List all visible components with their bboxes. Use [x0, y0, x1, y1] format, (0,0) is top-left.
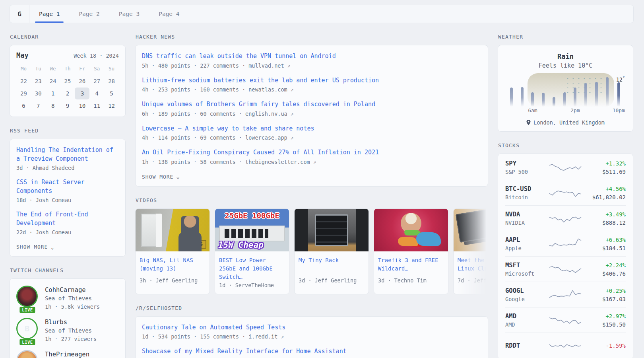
video-thumbnail[interactable]: LIL NAS [136, 209, 209, 251]
tab-page-2[interactable]: Page 2 [69, 5, 109, 23]
stock-row-nvda[interactable]: NVDANVIDIA+3.49%$888.12 [505, 206, 626, 231]
feed-item-title[interactable]: Cautionary Tale on Automated Speed Tests [142, 323, 481, 332]
calendar-weekday: Mo [16, 63, 31, 75]
feed-item-title[interactable]: Showcase of my Mixed Reality Interface f… [142, 347, 481, 356]
video-meta: 3d · Techno Tim [374, 276, 448, 289]
feed-item-title[interactable]: Lowercase – A simple way to take and sha… [142, 125, 481, 133]
calendar-day: 12 [104, 100, 119, 112]
video-title[interactable]: My Tiny Rack [295, 251, 369, 276]
feed-item: Lowercase – A simple way to take and sha… [142, 125, 481, 142]
twitch-channel-name[interactable]: ThePrimeagen [45, 350, 89, 358]
thumbnail-text: 25GbE 100GbE [215, 211, 289, 220]
weather-time-label: 10pm [613, 107, 625, 115]
stock-change: +4.56% [582, 185, 626, 194]
twitch-channel-row[interactable]: BLIVEBlurbsSea of Thieves1h · 277 viewer… [16, 318, 119, 343]
feed-item-meta: 1h · 138 points · 58 comments · thebigne… [142, 158, 481, 166]
external-link-icon: ↗ [287, 135, 294, 141]
stock-symbol: GOOGL [505, 286, 548, 296]
stock-price: $184.51 [582, 245, 626, 252]
stock-row-amd[interactable]: AMDAMD+2.97%$150.50 [505, 307, 626, 333]
location-pin-icon [526, 120, 531, 125]
external-link-icon: ↗ [287, 87, 294, 93]
calendar-day: 22 [16, 75, 31, 87]
calendar-day: 26 [75, 75, 89, 87]
video-thumbnail[interactable]: 25GbE 100GbE15W Cheap [215, 209, 289, 251]
twitch-channel-game[interactable]: Sea of Thieves [45, 294, 100, 303]
twitch-channel-game[interactable]: Sea of Thieves [45, 327, 97, 335]
stock-row-btc-usd[interactable]: BTC-USDBitcoin+4.56%$61,820.02 [505, 180, 626, 206]
thumbnail-text: LIL NAS [179, 240, 206, 249]
stock-symbol: MSFT [505, 261, 548, 270]
left-column: CALENDAR May Week 18 · 2024 MoTuWeThFrSa… [10, 23, 126, 358]
stock-row-spy[interactable]: SPYS&P 500+1.32%$511.69 [505, 155, 626, 180]
video-thumbnail[interactable]: FAS [454, 209, 488, 251]
feed-item-meta: 4h · 253 points · 160 comments · newatla… [142, 86, 481, 94]
stock-row-googl[interactable]: GOOGLGoogle+0.25%$167.03 [505, 282, 626, 307]
stock-row-rddt[interactable]: RDDT-1.59% [505, 333, 626, 358]
tab-page-1[interactable]: Page 1 [29, 5, 69, 23]
twitch-channel-row[interactable]: ThePrimeagen [16, 350, 119, 358]
twitch-section-title: TWITCH CHANNELS [10, 267, 126, 273]
video-title[interactable]: Traefik 3 and FREE Wildcard… [374, 251, 448, 276]
weather-bar [510, 88, 513, 107]
feed-item: CSS in React Server Components18d · Josh… [16, 178, 119, 204]
rss-show-more-button[interactable]: SHOW MORE ⌄ [16, 244, 54, 250]
feed-item-title[interactable]: The End of Front-End Development [16, 210, 119, 228]
stock-row-aapl[interactable]: AAPLApple+6.63%$184.51 [505, 231, 626, 257]
weather-location: London, United Kingdom [533, 119, 605, 126]
weather-hour-slot [538, 76, 549, 115]
stock-row-msft[interactable]: MSFTMicrosoft+2.24%$406.76 [505, 257, 626, 282]
twitch-channel-name[interactable]: CohhCarnage [45, 286, 100, 294]
stock-sparkline [549, 263, 582, 276]
video-thumbnail[interactable] [295, 209, 369, 251]
stock-name: AMD [505, 321, 548, 329]
feed-item-title[interactable]: DNS traffic can leak outside the VPN tun… [142, 52, 481, 61]
calendar-day: 8 [46, 100, 60, 112]
feed-item-title[interactable]: Unique volumes of Brothers Grimm fairy t… [142, 100, 481, 109]
hackernews-show-more-button[interactable]: SHOW MORE ⌄ [142, 174, 180, 180]
calendar-day: 10 [75, 100, 89, 112]
videos-carousel: LIL NASBig NAS, Lil NAS (moving 13)3h · … [135, 208, 488, 294]
middle-column: HACKER NEWS DNS traffic can leak outside… [135, 23, 488, 358]
stock-price: $511.69 [582, 168, 626, 176]
stock-name: Bitcoin [505, 194, 548, 201]
feed-item-meta: 4h · 114 points · 69 comments · lowercas… [142, 134, 481, 142]
live-badge: LIVE [19, 339, 35, 345]
stock-name: Google [505, 296, 548, 303]
stock-symbol: AAPL [505, 235, 548, 245]
calendar-header: May Week 18 · 2024 [16, 51, 119, 59]
video-meta: 7d · Jeff [454, 276, 488, 289]
columns: CALENDAR May Week 18 · 2024 MoTuWeThFrSa… [10, 23, 634, 358]
weather-bar-now [617, 82, 620, 107]
feed-item: An Oil Price-Fixing Conspiracy Caused 27… [142, 148, 481, 166]
feed-item-title[interactable]: CSS in React Server Components [16, 178, 119, 195]
weather-feels-like: Feels like 10°C [506, 62, 625, 69]
tab-page-3[interactable]: Page 3 [109, 5, 149, 23]
stock-symbol: BTC-USD [505, 185, 548, 194]
calendar-day: 23 [31, 75, 46, 87]
nav-tabs: Page 1Page 2Page 3Page 4 [29, 5, 189, 23]
stock-sparkline [549, 212, 582, 225]
feed-item-title[interactable]: Lithium-free sodium batteries exit the l… [142, 76, 481, 85]
calendar-weekday: Su [104, 63, 119, 75]
feed-item-title[interactable]: An Oil Price-Fixing Conspiracy Caused 27… [142, 148, 481, 157]
video-title[interactable]: BEST Low Power 25GbE and 100GbE Switch… [215, 251, 289, 281]
video-title[interactable]: Meet the Linux Clu [454, 251, 488, 276]
feed-item-title[interactable]: Handling The Indentation of a Treeview C… [16, 146, 119, 163]
rss-section-title: RSS FEED [10, 128, 126, 134]
weather-hour-slot [549, 76, 559, 115]
weather-bar [563, 92, 566, 107]
video-title[interactable]: Big NAS, Lil NAS (moving 13) [136, 251, 209, 276]
calendar-day: 4 [89, 88, 104, 99]
twitch-channel-name[interactable]: Blurbs [45, 318, 97, 327]
stock-price: $61,820.02 [582, 194, 626, 201]
calendar-day: 2 [60, 88, 75, 99]
video-thumbnail[interactable] [374, 209, 448, 251]
calendar-day: 1 [46, 88, 60, 99]
video-card: 25GbE 100GbE15W CheapBEST Low Power 25Gb… [215, 208, 289, 294]
tab-page-4[interactable]: Page 4 [149, 5, 189, 23]
video-card: My Tiny Rack3d · Jeff Geerling [294, 208, 369, 294]
video-meta: 3d · Jeff Geerling [295, 276, 369, 289]
twitch-channel-row[interactable]: LIVECohhCarnageSea of Thieves1h · 5.8k v… [16, 286, 119, 311]
app-logo[interactable]: G [10, 5, 29, 23]
